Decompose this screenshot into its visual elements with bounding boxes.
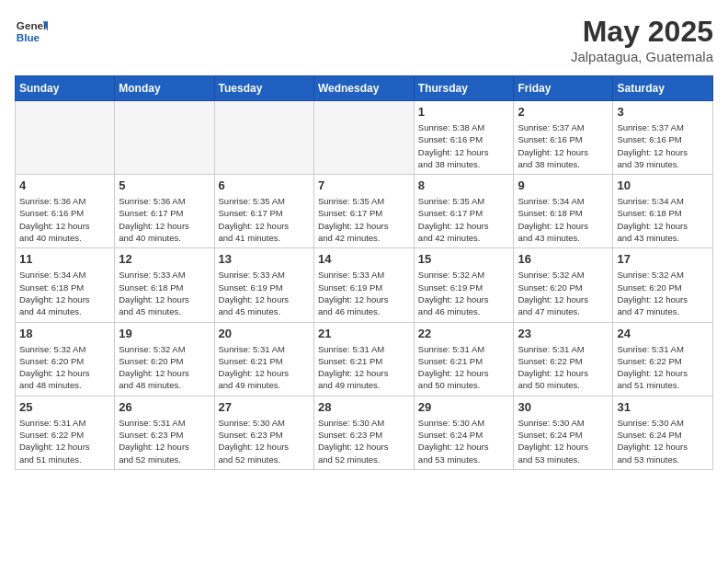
day-number: 1 <box>418 105 510 119</box>
calendar-cell: 11Sunrise: 5:34 AM Sunset: 6:18 PM Dayli… <box>16 248 115 322</box>
day-info: Sunrise: 5:37 AM Sunset: 6:16 PM Dayligh… <box>617 121 709 170</box>
day-info: Sunrise: 5:31 AM Sunset: 6:22 PM Dayligh… <box>617 343 709 392</box>
day-info: Sunrise: 5:34 AM Sunset: 6:18 PM Dayligh… <box>518 195 609 244</box>
day-info: Sunrise: 5:31 AM Sunset: 6:22 PM Dayligh… <box>518 343 609 392</box>
day-info: Sunrise: 5:32 AM Sunset: 6:20 PM Dayligh… <box>119 343 210 392</box>
calendar-cell: 20Sunrise: 5:31 AM Sunset: 6:21 PM Dayli… <box>214 322 313 396</box>
calendar-week-2: 4Sunrise: 5:36 AM Sunset: 6:16 PM Daylig… <box>16 175 713 248</box>
calendar-week-5: 25Sunrise: 5:31 AM Sunset: 6:22 PM Dayli… <box>16 396 713 469</box>
day-info: Sunrise: 5:33 AM Sunset: 6:19 PM Dayligh… <box>219 269 310 317</box>
calendar-cell: 28Sunrise: 5:30 AM Sunset: 6:23 PM Dayli… <box>313 396 414 469</box>
day-number: 12 <box>119 252 210 266</box>
day-number: 6 <box>219 178 310 192</box>
day-number: 16 <box>518 252 609 266</box>
day-number: 9 <box>518 178 609 192</box>
day-info: Sunrise: 5:37 AM Sunset: 6:16 PM Dayligh… <box>518 121 609 170</box>
day-number: 19 <box>119 327 210 340</box>
calendar-cell: 2Sunrise: 5:37 AM Sunset: 6:16 PM Daylig… <box>514 101 613 175</box>
day-number: 25 <box>19 400 110 414</box>
calendar-cell: 14Sunrise: 5:33 AM Sunset: 6:19 PM Dayli… <box>313 248 414 322</box>
calendar-cell: 15Sunrise: 5:32 AM Sunset: 6:19 PM Dayli… <box>414 248 514 322</box>
day-info: Sunrise: 5:33 AM Sunset: 6:19 PM Dayligh… <box>318 269 410 317</box>
calendar-cell: 21Sunrise: 5:31 AM Sunset: 6:21 PM Dayli… <box>313 322 414 396</box>
calendar-cell: 27Sunrise: 5:30 AM Sunset: 6:23 PM Dayli… <box>214 396 313 469</box>
day-number: 3 <box>617 105 709 119</box>
day-info: Sunrise: 5:32 AM Sunset: 6:20 PM Dayligh… <box>19 343 110 392</box>
day-info: Sunrise: 5:31 AM Sunset: 6:21 PM Dayligh… <box>318 343 410 392</box>
calendar-cell: 13Sunrise: 5:33 AM Sunset: 6:19 PM Dayli… <box>214 248 313 322</box>
calendar-cell: 23Sunrise: 5:31 AM Sunset: 6:22 PM Dayli… <box>514 322 613 396</box>
calendar-table: SundayMondayTuesdayWednesdayThursdayFrid… <box>15 75 713 470</box>
calendar-cell: 4Sunrise: 5:36 AM Sunset: 6:16 PM Daylig… <box>16 175 115 248</box>
calendar-cell <box>313 101 414 175</box>
day-number: 5 <box>119 178 210 192</box>
calendar-cell: 5Sunrise: 5:36 AM Sunset: 6:17 PM Daylig… <box>115 175 214 248</box>
calendar-cell <box>115 101 214 175</box>
calendar-cell: 1Sunrise: 5:38 AM Sunset: 6:16 PM Daylig… <box>414 101 514 175</box>
calendar-cell: 7Sunrise: 5:35 AM Sunset: 6:17 PM Daylig… <box>313 175 414 248</box>
weekday-header-monday: Monday <box>115 76 214 101</box>
day-number: 14 <box>318 252 410 266</box>
day-number: 27 <box>219 400 310 414</box>
calendar-week-4: 18Sunrise: 5:32 AM Sunset: 6:20 PM Dayli… <box>16 322 713 396</box>
weekday-header-tuesday: Tuesday <box>214 76 313 101</box>
day-number: 18 <box>19 327 110 340</box>
day-number: 15 <box>418 252 510 266</box>
logo-icon: General Blue <box>15 15 48 48</box>
calendar-cell <box>16 101 115 175</box>
calendar-cell: 9Sunrise: 5:34 AM Sunset: 6:18 PM Daylig… <box>514 175 613 248</box>
day-number: 24 <box>617 327 709 340</box>
calendar-cell: 24Sunrise: 5:31 AM Sunset: 6:22 PM Dayli… <box>613 322 713 396</box>
day-number: 28 <box>318 400 410 414</box>
day-number: 13 <box>219 252 310 266</box>
day-info: Sunrise: 5:35 AM Sunset: 6:17 PM Dayligh… <box>418 195 510 244</box>
month-title: May 2025 <box>571 15 713 49</box>
weekday-header-sunday: Sunday <box>16 76 115 101</box>
calendar-cell: 29Sunrise: 5:30 AM Sunset: 6:24 PM Dayli… <box>414 396 514 469</box>
day-info: Sunrise: 5:31 AM Sunset: 6:21 PM Dayligh… <box>219 343 310 392</box>
weekday-header-row: SundayMondayTuesdayWednesdayThursdayFrid… <box>16 76 713 101</box>
day-number: 29 <box>418 400 510 414</box>
day-info: Sunrise: 5:38 AM Sunset: 6:16 PM Dayligh… <box>418 121 510 170</box>
weekday-header-saturday: Saturday <box>613 76 713 101</box>
day-info: Sunrise: 5:30 AM Sunset: 6:24 PM Dayligh… <box>617 417 709 465</box>
day-number: 20 <box>219 327 310 340</box>
day-number: 22 <box>418 327 510 340</box>
calendar-cell: 26Sunrise: 5:31 AM Sunset: 6:23 PM Dayli… <box>115 396 214 469</box>
calendar-cell: 16Sunrise: 5:32 AM Sunset: 6:20 PM Dayli… <box>514 248 613 322</box>
calendar-week-3: 11Sunrise: 5:34 AM Sunset: 6:18 PM Dayli… <box>16 248 713 322</box>
day-info: Sunrise: 5:30 AM Sunset: 6:24 PM Dayligh… <box>518 417 609 465</box>
calendar-cell: 10Sunrise: 5:34 AM Sunset: 6:18 PM Dayli… <box>613 175 713 248</box>
calendar-cell: 30Sunrise: 5:30 AM Sunset: 6:24 PM Dayli… <box>514 396 613 469</box>
calendar-cell: 6Sunrise: 5:35 AM Sunset: 6:17 PM Daylig… <box>214 175 313 248</box>
day-number: 4 <box>19 178 110 192</box>
day-number: 26 <box>119 400 210 414</box>
logo: General Blue <box>15 15 48 48</box>
day-number: 8 <box>418 178 510 192</box>
calendar-cell: 3Sunrise: 5:37 AM Sunset: 6:16 PM Daylig… <box>613 101 713 175</box>
calendar-cell: 22Sunrise: 5:31 AM Sunset: 6:21 PM Dayli… <box>414 322 514 396</box>
day-info: Sunrise: 5:32 AM Sunset: 6:19 PM Dayligh… <box>418 269 510 317</box>
location: Jalpatagua, Guatemala <box>571 49 713 64</box>
day-info: Sunrise: 5:32 AM Sunset: 6:20 PM Dayligh… <box>617 269 709 317</box>
day-number: 11 <box>19 252 110 266</box>
day-info: Sunrise: 5:31 AM Sunset: 6:23 PM Dayligh… <box>119 417 210 465</box>
calendar-cell: 18Sunrise: 5:32 AM Sunset: 6:20 PM Dayli… <box>16 322 115 396</box>
calendar-cell <box>214 101 313 175</box>
day-info: Sunrise: 5:35 AM Sunset: 6:17 PM Dayligh… <box>219 195 310 244</box>
day-number: 7 <box>318 178 410 192</box>
calendar-cell: 19Sunrise: 5:32 AM Sunset: 6:20 PM Dayli… <box>115 322 214 396</box>
day-number: 17 <box>617 252 709 266</box>
day-info: Sunrise: 5:30 AM Sunset: 6:24 PM Dayligh… <box>418 417 510 465</box>
day-number: 10 <box>617 178 709 192</box>
weekday-header-friday: Friday <box>514 76 613 101</box>
day-info: Sunrise: 5:34 AM Sunset: 6:18 PM Dayligh… <box>19 269 110 317</box>
calendar-week-1: 1Sunrise: 5:38 AM Sunset: 6:16 PM Daylig… <box>16 101 713 175</box>
svg-text:General: General <box>17 19 48 31</box>
page-header: General Blue May 2025 Jalpatagua, Guatem… <box>15 15 713 64</box>
day-number: 2 <box>518 105 609 119</box>
title-block: May 2025 Jalpatagua, Guatemala <box>571 15 713 64</box>
calendar-cell: 31Sunrise: 5:30 AM Sunset: 6:24 PM Dayli… <box>613 396 713 469</box>
day-number: 31 <box>617 400 709 414</box>
day-info: Sunrise: 5:35 AM Sunset: 6:17 PM Dayligh… <box>318 195 410 244</box>
